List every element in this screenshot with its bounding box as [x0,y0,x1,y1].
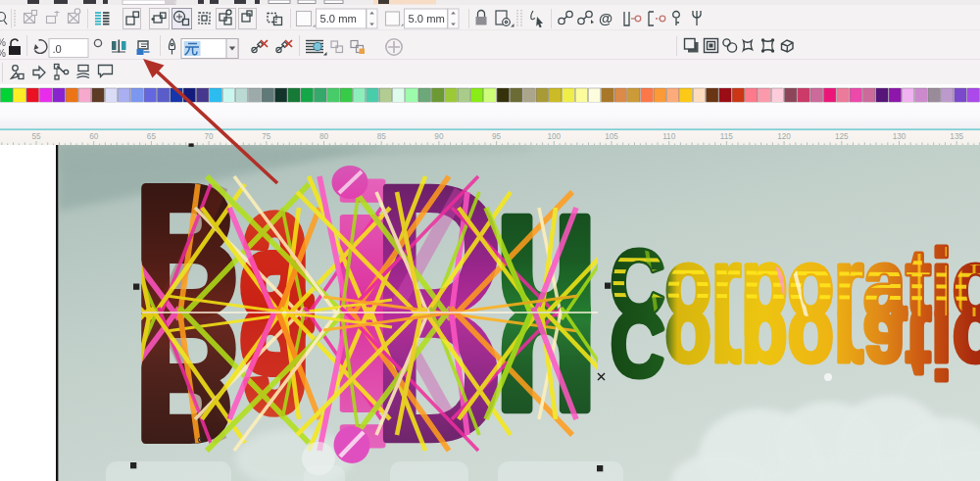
svg-text:95: 95 [492,132,502,141]
svg-text:5.0 mm: 5.0 mm [409,13,445,24]
svg-text:120: 120 [777,132,791,141]
svg-text:55: 55 [31,132,41,141]
svg-text:5.0 mm: 5.0 mm [320,13,357,24]
svg-text:115: 115 [720,132,733,141]
svg-text:80: 80 [319,132,329,141]
svg-text:75: 75 [262,132,271,141]
svg-text:.0: .0 [53,43,62,55]
svg-text:65: 65 [147,132,157,141]
svg-text:@: @ [599,11,612,26]
svg-text:125: 125 [835,132,849,141]
svg-text:105: 105 [605,132,618,141]
svg-text:90: 90 [434,132,444,141]
svg-text:%: % [0,48,6,59]
svg-text:100: 100 [547,132,561,141]
svg-text:70: 70 [205,132,215,141]
svg-text:135: 135 [950,132,963,141]
svg-text:Corporation: Corporation [611,291,980,398]
svg-text:130: 130 [893,132,906,141]
svg-text:60: 60 [89,132,99,141]
svg-text:110: 110 [662,132,675,141]
svg-text:85: 85 [377,132,387,141]
svg-text:%: % [0,37,6,48]
